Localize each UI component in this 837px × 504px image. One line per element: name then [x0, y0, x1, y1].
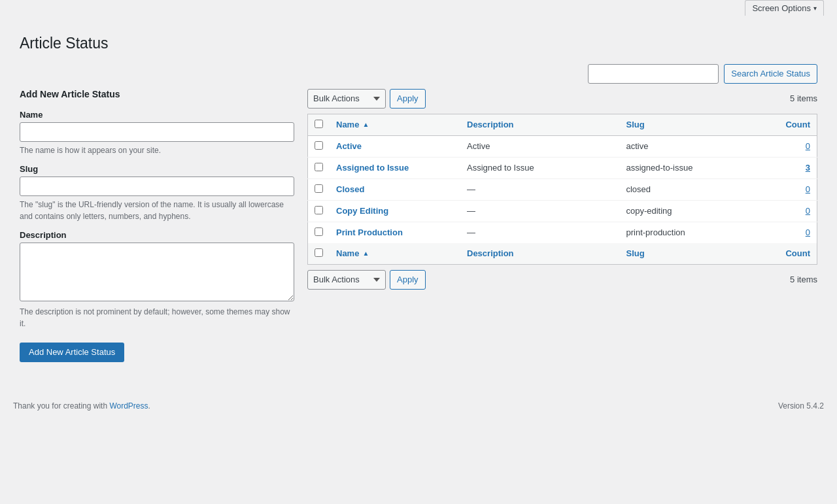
footer-count-link[interactable]: Count — [785, 248, 810, 258]
select-all-checkbox-bottom[interactable] — [315, 248, 323, 257]
footer-bar: Thank you for creating with WordPress. V… — [0, 388, 837, 424]
page-title: Article Status — [20, 34, 817, 54]
row-checkbox-cell — [308, 157, 330, 178]
row-checkbox-cell — [308, 135, 330, 157]
top-bulk-actions-select[interactable]: Bulk Actions Delete — [307, 89, 386, 109]
name-hint: The name is how it appears on your site. — [20, 144, 294, 156]
row-name-cell: Closed — [330, 178, 460, 200]
footer-thank-you: Thank you for creating with WordPress. — [13, 401, 150, 411]
em-dash: — — [467, 206, 475, 216]
row-checkbox-active[interactable] — [315, 141, 323, 150]
row-count-link-assigned-to-issue[interactable]: 3 — [806, 163, 810, 173]
footer-checkbox-col — [308, 243, 330, 265]
slug-field-group: Slug The "slug" is the URL-friendly vers… — [20, 164, 294, 222]
header-slug-col: Slug — [619, 114, 777, 135]
search-article-status-button[interactable]: Search Article Status — [724, 64, 817, 84]
screen-options-button[interactable]: Screen Options ▾ — [745, 0, 824, 16]
row-description-cell: — — [460, 178, 619, 200]
header-slug-link[interactable]: Slug — [626, 120, 644, 129]
search-input[interactable] — [588, 64, 719, 84]
table-row: Copy Editing — copy-editing 0 — [308, 200, 817, 222]
header-count-label: Count — [785, 120, 810, 129]
row-checkbox-cell — [308, 200, 330, 222]
sort-arrow-icon: ▲ — [362, 121, 369, 128]
header-description-link[interactable]: Description — [467, 120, 514, 129]
row-name-link-copy-editing[interactable]: Copy Editing — [336, 206, 388, 216]
footer-description-label: Description — [467, 248, 514, 258]
footer-count-col: Count — [778, 243, 817, 265]
row-name-link-active[interactable]: Active — [336, 141, 362, 151]
top-tablenav: Bulk Actions Delete Apply 5 items — [307, 89, 817, 109]
row-count-cell: 0 — [778, 178, 817, 200]
name-input[interactable] — [20, 122, 294, 142]
add-new-panel: Add New Article Status Name The name is … — [20, 89, 294, 362]
row-slug-cell: active — [619, 135, 777, 157]
footer-sort-arrow-icon: ▲ — [362, 250, 369, 257]
table-row: Closed — closed 0 — [308, 178, 817, 200]
row-slug-cell: print-production — [619, 222, 777, 243]
wordpress-link[interactable]: WordPress — [109, 401, 148, 411]
header-slug-label: Slug — [626, 120, 644, 129]
footer-slug-label: Slug — [626, 248, 644, 258]
description-hint: The description is not prominent by defa… — [20, 306, 294, 329]
row-count-link-print-production[interactable]: 0 — [806, 227, 810, 237]
top-apply-button[interactable]: Apply — [390, 89, 426, 109]
row-name-link-closed[interactable]: Closed — [336, 184, 364, 194]
table-panel: Bulk Actions Delete Apply 5 items — [307, 89, 817, 295]
row-slug-cell: closed — [619, 178, 777, 200]
bottom-apply-button[interactable]: Apply — [390, 270, 426, 290]
row-slug-cell: copy-editing — [619, 200, 777, 222]
description-value: Active — [467, 141, 490, 151]
table-row: Active Active active 0 — [308, 135, 817, 157]
bottom-tablenav-left: Bulk Actions Delete Apply — [307, 270, 426, 290]
add-new-article-status-button[interactable]: Add New Article Status — [20, 343, 124, 362]
header-checkbox-col — [308, 114, 330, 135]
row-checkbox-assigned-to-issue[interactable] — [315, 163, 323, 171]
description-field-group: Description The description is not promi… — [20, 230, 294, 329]
footer-name-label: Name — [336, 248, 359, 258]
description-textarea[interactable] — [20, 243, 294, 301]
row-count-link-active[interactable]: 0 — [806, 141, 810, 151]
row-checkbox-copy-editing[interactable] — [315, 206, 323, 214]
select-all-checkbox-top[interactable] — [315, 120, 323, 128]
footer-name-link[interactable]: Name ▲ — [336, 248, 369, 258]
footer-description-link[interactable]: Description — [467, 248, 514, 258]
top-item-count: 5 items — [790, 93, 817, 103]
footer-name-col: Name ▲ — [330, 243, 460, 265]
top-search-bar: Search Article Status — [20, 64, 817, 84]
slug-label: Slug — [20, 164, 294, 174]
header-description-label: Description — [467, 120, 514, 129]
row-checkbox-cell — [308, 222, 330, 243]
footer-slug-link[interactable]: Slug — [626, 248, 644, 258]
row-description-cell: — — [460, 222, 619, 243]
name-field-group: Name The name is how it appears on your … — [20, 110, 294, 156]
row-count-link-copy-editing[interactable]: 0 — [806, 206, 810, 216]
row-name-link-print-production[interactable]: Print Production — [336, 227, 403, 237]
row-checkbox-print-production[interactable] — [315, 227, 323, 236]
header-count-link[interactable]: Count — [785, 120, 810, 129]
bottom-bulk-actions-select[interactable]: Bulk Actions Delete — [307, 270, 386, 290]
row-name-link-assigned-to-issue[interactable]: Assigned to Issue — [336, 163, 409, 173]
table-row: Assigned to Issue Assigned to Issue assi… — [308, 157, 817, 178]
footer-thank-you-text: Thank you for creating with — [13, 401, 109, 411]
footer-slug-col: Slug — [619, 243, 777, 265]
row-count-cell: 0 — [778, 135, 817, 157]
footer-description-col: Description — [460, 243, 619, 265]
header-name-label: Name — [336, 120, 359, 129]
slug-input[interactable] — [20, 176, 294, 196]
slug-hint: The "slug" is the URL-friendly version o… — [20, 199, 294, 222]
footer-period: . — [148, 401, 150, 411]
article-status-table: Name ▲ Description Slug — [307, 114, 817, 265]
em-dash: — — [467, 227, 475, 237]
description-label: Description — [20, 230, 294, 240]
header-name-link[interactable]: Name ▲ — [336, 120, 369, 129]
row-count-link-closed[interactable]: 0 — [806, 184, 810, 194]
bottom-tablenav: Bulk Actions Delete Apply 5 items — [307, 270, 817, 290]
row-checkbox-closed[interactable] — [315, 184, 323, 193]
row-slug-cell: assigned-to-issue — [619, 157, 777, 178]
add-new-title: Add New Article Status — [20, 89, 294, 99]
description-value: Assigned to Issue — [467, 163, 534, 173]
row-name-cell: Active — [330, 135, 460, 157]
table-body: Active Active active 0 Assigned to Issue… — [308, 135, 817, 243]
em-dash: — — [467, 184, 475, 194]
